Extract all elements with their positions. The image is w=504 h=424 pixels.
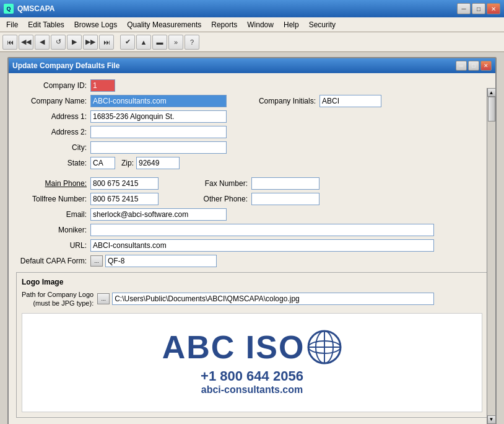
- tollfree-label: Tollfree Number:: [16, 195, 90, 203]
- fax-label: Fax Number:: [183, 179, 251, 188]
- address2-input[interactable]: [90, 126, 227, 138]
- main-phone-label: Main Phone:: [16, 179, 90, 188]
- state-zip-row: State: Zip:: [16, 157, 488, 169]
- inner-close[interactable]: ✕: [480, 61, 492, 71]
- menu-security[interactable]: Security: [304, 17, 341, 32]
- logo-browse-button[interactable]: ...: [97, 293, 110, 304]
- city-row: City: Huntington Beach: [16, 141, 488, 154]
- fax-input[interactable]: [251, 177, 319, 190]
- toolbar-next-next[interactable]: ▶▶: [83, 35, 98, 50]
- city-input[interactable]: Huntington Beach: [90, 141, 227, 154]
- logo-path-input[interactable]: [112, 293, 434, 305]
- company-name-input[interactable]: [90, 95, 227, 107]
- zip-input[interactable]: [136, 157, 180, 169]
- capa-label: Default CAPA Form:: [16, 257, 90, 265]
- toolbar-ditto[interactable]: »: [168, 35, 183, 50]
- city-label: City:: [16, 143, 90, 152]
- other-phone-label: Other Phone:: [183, 195, 251, 203]
- menu-help[interactable]: Help: [279, 17, 304, 32]
- scroll-down-button[interactable]: ▼: [487, 415, 496, 424]
- menu-bar: File Edit Tables Browse Logs Quality Mea…: [0, 17, 504, 32]
- inner-window-title: Update Company Defaults File: [12, 61, 119, 70]
- toolbar-refresh[interactable]: ↺: [51, 35, 66, 50]
- toolbar-help[interactable]: ?: [185, 35, 199, 50]
- scroll-thumb[interactable]: [488, 97, 495, 121]
- scroll-track: [487, 97, 495, 415]
- company-initials-group: Company Initials:: [251, 95, 381, 107]
- toolbar-prev[interactable]: ◀: [35, 35, 50, 50]
- inner-title-bar: Update Company Defaults File ─ □ ✕: [9, 58, 495, 73]
- title-bar-controls: ─ □ ✕: [457, 3, 500, 14]
- toolbar-first[interactable]: ⏮: [2, 35, 17, 50]
- inner-controls: ─ □ ✕: [456, 61, 492, 71]
- scroll-up-button[interactable]: ▲: [487, 88, 496, 97]
- menu-quality-measurements[interactable]: Quality Measurements: [122, 17, 206, 32]
- toolbar-minus[interactable]: ▬: [152, 35, 167, 50]
- capa-row: Default CAPA Form: ...: [16, 255, 488, 267]
- url-row: URL:: [16, 239, 488, 252]
- toolbar-check[interactable]: ✔: [120, 35, 135, 50]
- other-phone-group: Other Phone:: [183, 193, 319, 205]
- moniker-input[interactable]: "Your Guide through the ISO maze to Cert…: [90, 224, 434, 236]
- company-name-label: Company Name:: [16, 97, 90, 105]
- address1-row: Address 1:: [16, 110, 488, 123]
- url-label: URL:: [16, 241, 90, 250]
- url-input[interactable]: [90, 239, 434, 252]
- email-row: Email:: [16, 208, 488, 221]
- title-bar-left: Q QMSCAPA: [4, 4, 54, 14]
- menu-reports[interactable]: Reports: [206, 17, 242, 32]
- menu-window[interactable]: Window: [242, 17, 279, 32]
- tollfree-input[interactable]: [90, 193, 159, 205]
- globe-icon: [307, 330, 342, 364]
- company-id-row: Company ID:: [16, 79, 488, 92]
- form-content: Company ID: Company Name: Company Initia…: [9, 73, 495, 424]
- menu-edit-tables[interactable]: Edit Tables: [23, 17, 69, 32]
- email-input[interactable]: [90, 208, 227, 221]
- app-icon: Q: [4, 4, 14, 14]
- company-id-input[interactable]: [90, 79, 115, 92]
- logo-section: Logo Image Path for Company Logo(must be…: [16, 272, 488, 418]
- minimize-button[interactable]: ─: [457, 3, 471, 14]
- capa-browse-button[interactable]: ...: [90, 255, 103, 267]
- inner-window: Update Company Defaults File ─ □ ✕ ▲ ▼ C…: [7, 57, 497, 424]
- logo-url: abci-consultants.com: [201, 384, 303, 395]
- address2-label: Address 2:: [16, 128, 90, 136]
- tollfree-row: Tollfree Number: Other Phone:: [16, 193, 488, 205]
- company-initials-input[interactable]: [319, 95, 381, 107]
- company-initials-label: Company Initials:: [251, 97, 319, 105]
- app-title: QMSCAPA: [17, 4, 54, 13]
- zip-label: Zip:: [121, 159, 134, 167]
- toolbar-next[interactable]: ▶: [67, 35, 82, 50]
- logo-display: ABC ISO +1 800 644 2056: [22, 313, 482, 412]
- toolbar-up[interactable]: ▲: [136, 35, 151, 50]
- toolbar: ⏮ ◀◀ ◀ ↺ ▶ ▶▶ ⏭ ✔ ▲ ▬ » ?: [0, 32, 504, 52]
- title-bar: Q QMSCAPA ─ □ ✕: [0, 0, 504, 17]
- vertical-scrollbar[interactable]: ▲ ▼: [487, 88, 495, 424]
- main-phone-input[interactable]: [90, 177, 159, 190]
- fax-group: Fax Number:: [183, 177, 319, 190]
- menu-file[interactable]: File: [1, 17, 23, 32]
- capa-input[interactable]: [105, 255, 217, 267]
- inner-minimize[interactable]: ─: [456, 61, 467, 71]
- moniker-row: Moniker: "Your Guide through the ISO maz…: [16, 224, 488, 236]
- moniker-label: Moniker:: [16, 226, 90, 234]
- toolbar-prev-prev[interactable]: ◀◀: [19, 35, 33, 50]
- close-button[interactable]: ✕: [487, 3, 500, 14]
- maximize-button[interactable]: □: [472, 3, 485, 14]
- state-input[interactable]: [90, 157, 115, 169]
- menu-browse-logs[interactable]: Browse Logs: [69, 17, 122, 32]
- logo-path-label: Path for Company Logo(must be JPG type):: [22, 290, 97, 308]
- inner-maximize[interactable]: □: [468, 61, 479, 71]
- address1-input[interactable]: [90, 110, 227, 123]
- company-logo: ABC ISO +1 800 644 2056: [162, 330, 342, 395]
- email-label: Email:: [16, 210, 90, 219]
- address2-row: Address 2:: [16, 126, 488, 138]
- company-id-label: Company ID:: [16, 81, 90, 90]
- logo-path-row: Path for Company Logo(must be JPG type):…: [22, 290, 482, 308]
- phone-row: Main Phone: Fax Number:: [16, 177, 488, 190]
- other-phone-input[interactable]: [251, 193, 319, 205]
- address1-label: Address 1:: [16, 112, 90, 121]
- logo-phone: +1 800 644 2056: [201, 368, 303, 384]
- logo-section-title: Logo Image: [22, 278, 482, 286]
- toolbar-last[interactable]: ⏭: [99, 35, 114, 50]
